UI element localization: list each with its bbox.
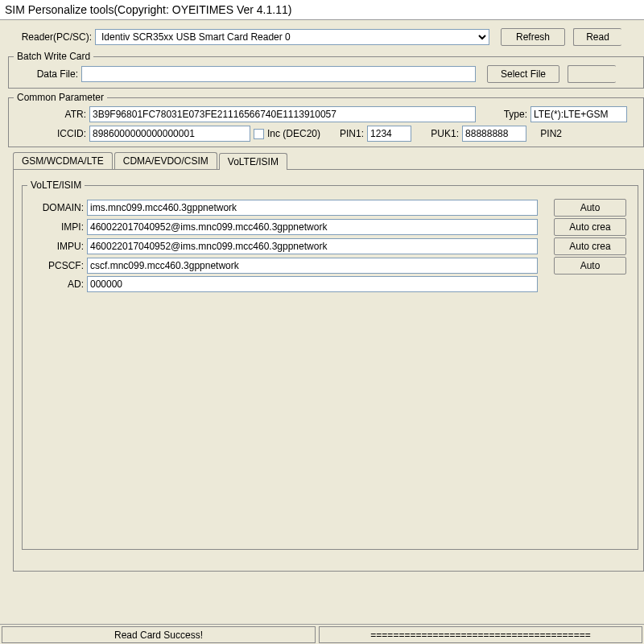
common-legend: Common Parameter: [14, 92, 107, 103]
domain-label: DOMAIN:: [27, 202, 84, 213]
impi-field[interactable]: [87, 219, 538, 235]
pcscf-label: PCSCF:: [27, 260, 84, 271]
type-field: [530, 106, 627, 122]
status-bar: Read Card Success! =====================…: [0, 624, 644, 644]
reader-label: Reader(PC/SC):: [11, 31, 92, 43]
domain-field[interactable]: [87, 200, 538, 216]
datafile-input[interactable]: [81, 66, 476, 82]
tab-strip: GSM/WCDMA/LTE CDMA/EVDO/CSIM VoLTE/ISIM: [13, 152, 644, 169]
auto-impi-button[interactable]: Auto crea: [554, 218, 626, 236]
inc-label: Inc (DEC20): [267, 128, 320, 139]
select-file-button[interactable]: Select File: [487, 65, 559, 83]
ad-field[interactable]: [87, 276, 538, 292]
impi-label: IMPI:: [27, 221, 84, 233]
batch-write-group: Batch Write Card Data File: Select File: [8, 51, 644, 89]
batch-legend: Batch Write Card: [14, 51, 93, 62]
iccid-field[interactable]: [89, 126, 250, 142]
volte-legend: VoLTE/ISIM: [27, 180, 85, 191]
tab-cdma[interactable]: CDMA/EVDO/CSIM: [114, 152, 217, 169]
atr-field: [89, 106, 476, 122]
datafile-label: Data File:: [14, 68, 78, 80]
pin1-field[interactable]: [367, 126, 411, 142]
puk1-field[interactable]: [462, 126, 526, 142]
client-area: Reader(PC/SC): Identiv SCR35xx USB Smart…: [0, 20, 644, 644]
type-label: Type:: [487, 109, 527, 120]
auto-domain-button[interactable]: Auto: [554, 199, 626, 217]
window-title: SIM Personalize tools(Copyright: OYEITIM…: [0, 0, 644, 20]
reader-select[interactable]: Identiv SCR35xx USB Smart Card Reader 0: [95, 29, 489, 45]
auto-pcscf-button[interactable]: Auto: [554, 257, 626, 275]
common-parameter-group: Common Parameter ATR: Type: ICCID: Inc (…: [8, 92, 644, 147]
status-left: Read Card Success!: [2, 626, 316, 643]
tab-volte[interactable]: VoLTE/ISIM: [219, 153, 287, 170]
iccid-label: ICCID:: [14, 128, 86, 139]
refresh-button[interactable]: Refresh: [501, 28, 565, 46]
impu-field[interactable]: [87, 238, 538, 254]
puk1-label: PUK1:: [415, 128, 459, 139]
auto-impu-button[interactable]: Auto crea: [554, 237, 626, 255]
status-right: =======================================: [319, 626, 642, 643]
pcscf-field[interactable]: [87, 258, 538, 274]
atr-label: ATR:: [14, 109, 86, 120]
read-button[interactable]: Read: [573, 28, 621, 46]
batch-extra-button[interactable]: [568, 65, 616, 83]
tab-gsm[interactable]: GSM/WCDMA/LTE: [13, 152, 113, 169]
volte-group: VoLTE/ISIM DOMAIN: Auto IMPI: Auto crea …: [22, 180, 638, 550]
impu-label: IMPU:: [27, 241, 84, 252]
pin2-label: PIN2: [530, 128, 562, 139]
inc-checkbox[interactable]: [254, 129, 264, 139]
tab-panel-volte: VoLTE/ISIM DOMAIN: Auto IMPI: Auto crea …: [13, 169, 644, 572]
pin1-label: PIN1:: [332, 128, 364, 139]
ad-label: AD:: [27, 279, 84, 290]
